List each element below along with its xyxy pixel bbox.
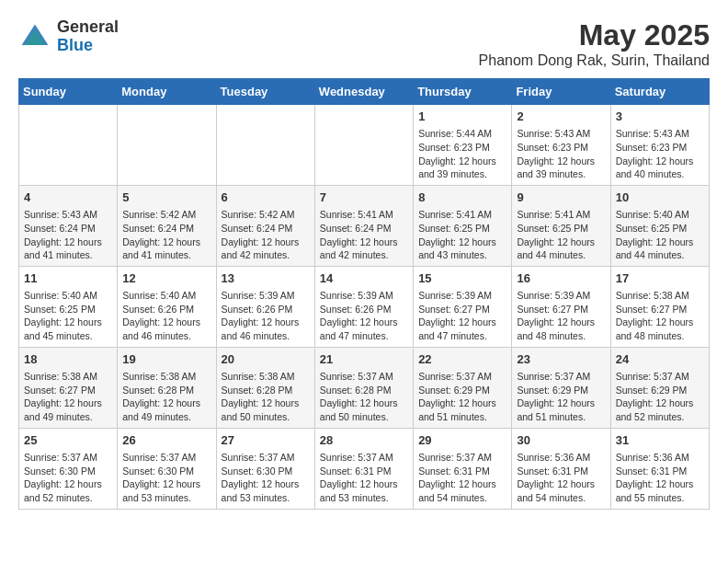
cell-info: Daylight: 12 hours — [616, 236, 704, 249]
cell-info: Daylight: 12 hours — [24, 477, 112, 491]
cell-info: Sunset: 6:23 PM — [517, 141, 605, 155]
cell-info: and 51 minutes. — [517, 410, 605, 424]
day-number: 6 — [222, 190, 310, 206]
cell-info: Sunset: 6:29 PM — [616, 384, 704, 397]
calendar-cell: 11Sunrise: 5:40 AMSunset: 6:25 PMDayligh… — [19, 266, 118, 347]
day-number: 5 — [122, 190, 210, 206]
page-header: General Blue May 2025 Phanom Dong Rak, S… — [18, 18, 710, 69]
calendar-cell: 5Sunrise: 5:42 AMSunset: 6:24 PMDaylight… — [118, 185, 216, 266]
cell-info: Daylight: 12 hours — [418, 477, 506, 491]
cell-info: Sunrise: 5:37 AM — [517, 370, 605, 384]
cell-info: Daylight: 12 hours — [517, 477, 605, 491]
cell-info: and 52 minutes. — [24, 491, 112, 505]
cell-info: and 41 minutes. — [122, 248, 210, 262]
cell-info: Sunset: 6:29 PM — [517, 384, 605, 397]
calendar-cell: 26Sunrise: 5:37 AMSunset: 6:30 PMDayligh… — [118, 428, 216, 509]
cell-info: Daylight: 12 hours — [517, 155, 605, 168]
day-number: 24 — [616, 351, 704, 368]
cell-info: and 50 minutes. — [320, 410, 408, 424]
cell-info: Daylight: 12 hours — [24, 236, 112, 249]
cell-info: Daylight: 12 hours — [418, 155, 506, 168]
cell-info: Sunset: 6:29 PM — [418, 384, 506, 397]
cell-info: and 55 minutes. — [616, 491, 704, 505]
cell-info: Sunset: 6:26 PM — [222, 303, 310, 316]
cell-info: Daylight: 12 hours — [24, 396, 112, 410]
day-number: 2 — [517, 109, 605, 125]
cell-info: Sunrise: 5:42 AM — [122, 208, 210, 222]
week-row-1: 1Sunrise: 5:44 AMSunset: 6:23 PMDaylight… — [19, 105, 710, 186]
calendar-cell: 27Sunrise: 5:37 AMSunset: 6:30 PMDayligh… — [216, 428, 314, 509]
calendar-cell: 20Sunrise: 5:38 AMSunset: 6:28 PMDayligh… — [216, 347, 314, 428]
calendar-cell: 21Sunrise: 5:37 AMSunset: 6:28 PMDayligh… — [314, 347, 413, 428]
cell-info: Daylight: 12 hours — [222, 316, 310, 329]
cell-info: Sunrise: 5:37 AM — [320, 451, 408, 465]
cell-info: Sunset: 6:26 PM — [320, 303, 408, 316]
cell-info: Sunrise: 5:41 AM — [320, 208, 408, 222]
week-row-5: 25Sunrise: 5:37 AMSunset: 6:30 PMDayligh… — [19, 428, 710, 509]
cell-info: Sunset: 6:26 PM — [122, 303, 210, 316]
day-number: 23 — [517, 351, 605, 368]
logo-text: General Blue — [57, 18, 119, 55]
day-number: 26 — [122, 432, 210, 449]
cell-info: Daylight: 12 hours — [418, 316, 506, 329]
cell-info: and 42 minutes. — [320, 248, 408, 262]
calendar-cell: 10Sunrise: 5:40 AMSunset: 6:25 PMDayligh… — [610, 185, 709, 266]
day-header-monday: Monday — [118, 79, 216, 105]
cell-info: Sunset: 6:24 PM — [320, 222, 408, 236]
day-number: 30 — [517, 432, 605, 449]
week-row-3: 11Sunrise: 5:40 AMSunset: 6:25 PMDayligh… — [19, 266, 710, 347]
cell-info: Daylight: 12 hours — [517, 236, 605, 249]
cell-info: Sunset: 6:25 PM — [418, 222, 506, 236]
cell-info: and 44 minutes. — [616, 248, 704, 262]
cell-info: Sunrise: 5:37 AM — [616, 370, 704, 384]
cell-info: Daylight: 12 hours — [122, 477, 210, 491]
day-number: 20 — [222, 351, 310, 368]
calendar-cell — [314, 105, 413, 186]
calendar-cell: 30Sunrise: 5:36 AMSunset: 6:31 PMDayligh… — [512, 428, 610, 509]
cell-info: Sunrise: 5:43 AM — [616, 127, 704, 141]
calendar-table: SundayMondayTuesdayWednesdayThursdayFrid… — [18, 78, 710, 510]
cell-info: Daylight: 12 hours — [222, 396, 310, 410]
day-number: 1 — [418, 109, 506, 125]
cell-info: and 46 minutes. — [222, 329, 310, 343]
cell-info: Daylight: 12 hours — [517, 396, 605, 410]
day-number: 9 — [517, 190, 605, 206]
day-number: 17 — [616, 270, 704, 287]
cell-info: Daylight: 12 hours — [320, 477, 408, 491]
cell-info: and 53 minutes. — [222, 491, 310, 505]
cell-info: Sunset: 6:31 PM — [418, 465, 506, 478]
logo-icon — [18, 20, 51, 53]
cell-info: Sunrise: 5:36 AM — [517, 451, 605, 465]
cell-info: and 48 minutes. — [616, 329, 704, 343]
cell-info: Daylight: 12 hours — [320, 236, 408, 249]
calendar-cell — [118, 105, 216, 186]
day-header-tuesday: Tuesday — [216, 79, 314, 105]
day-header-wednesday: Wednesday — [314, 79, 413, 105]
cell-info: Sunrise: 5:41 AM — [517, 208, 605, 222]
day-number: 11 — [24, 270, 112, 287]
cell-info: Sunset: 6:24 PM — [122, 222, 210, 236]
calendar-cell: 3Sunrise: 5:43 AMSunset: 6:23 PMDaylight… — [610, 105, 709, 186]
cell-info: Daylight: 12 hours — [616, 396, 704, 410]
calendar-cell: 15Sunrise: 5:39 AMSunset: 6:27 PMDayligh… — [414, 266, 512, 347]
day-number: 14 — [320, 270, 408, 287]
calendar-cell: 8Sunrise: 5:41 AMSunset: 6:25 PMDaylight… — [414, 185, 512, 266]
day-number: 21 — [320, 351, 408, 368]
cell-info: and 53 minutes. — [122, 491, 210, 505]
cell-info: and 47 minutes. — [418, 329, 506, 343]
cell-info: Sunrise: 5:42 AM — [222, 208, 310, 222]
cell-info: Sunrise: 5:37 AM — [24, 451, 112, 465]
cell-info: Sunset: 6:28 PM — [222, 384, 310, 397]
calendar-cell: 1Sunrise: 5:44 AMSunset: 6:23 PMDaylight… — [414, 105, 512, 186]
week-row-4: 18Sunrise: 5:38 AMSunset: 6:27 PMDayligh… — [19, 347, 710, 428]
calendar-cell: 12Sunrise: 5:40 AMSunset: 6:26 PMDayligh… — [118, 266, 216, 347]
cell-info: and 44 minutes. — [517, 248, 605, 262]
cell-info: and 49 minutes. — [122, 410, 210, 424]
calendar-cell: 23Sunrise: 5:37 AMSunset: 6:29 PMDayligh… — [512, 347, 610, 428]
cell-info: Sunrise: 5:39 AM — [320, 289, 408, 303]
cell-info: Sunset: 6:25 PM — [616, 222, 704, 236]
calendar-cell: 16Sunrise: 5:39 AMSunset: 6:27 PMDayligh… — [512, 266, 610, 347]
cell-info: and 51 minutes. — [418, 410, 506, 424]
day-number: 28 — [320, 432, 408, 449]
day-number: 4 — [24, 190, 112, 206]
